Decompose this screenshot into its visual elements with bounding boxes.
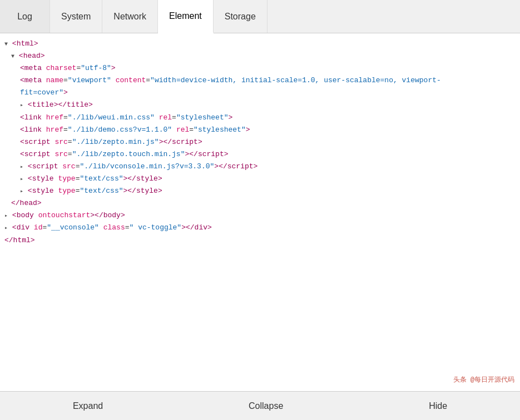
- triangle-html[interactable]: ▼: [4, 41, 8, 47]
- bottom-bar: Expand Collapse Hide: [0, 391, 520, 420]
- tab-element[interactable]: Element: [158, 0, 214, 33]
- triangle-head[interactable]: ▼: [11, 53, 14, 59]
- line-link-weui: <link href="./lib/weui.min.css" rel="sty…: [0, 112, 520, 124]
- line-script-zepto-touch: <script src="./lib/zepto.touch.min.js"><…: [0, 148, 520, 161]
- element-content: ▼ <html> ▼ <head> <meta charset="utf-8">…: [0, 33, 520, 391]
- watermark: 头条 @每日开源代码: [453, 374, 514, 386]
- line-html-open: ▼ <html>: [0, 38, 520, 50]
- line-meta-viewport-cont: fit=cover">: [0, 87, 520, 99]
- line-style-1: ▸ <style type="text/css"></style>: [0, 173, 520, 185]
- triangle-script-vconsole[interactable]: ▸: [20, 164, 23, 170]
- line-script-zepto: <script src="./lib/zepto.min.js"></scrip…: [0, 136, 520, 148]
- line-html-close: </html>: [0, 234, 520, 247]
- line-head-open: ▼ <head>: [0, 50, 520, 62]
- line-style-2: ▸ <style type="text/css"></style>: [0, 185, 520, 197]
- tab-bar: Log System Network Element Storage: [0, 0, 520, 33]
- tab-log[interactable]: Log: [0, 0, 50, 33]
- triangle-div[interactable]: ▸: [4, 225, 8, 231]
- triangle-title[interactable]: ▸: [20, 102, 23, 108]
- tab-storage[interactable]: Storage: [214, 0, 268, 33]
- line-meta-viewport: <meta name="viewport" content="width=dev…: [0, 74, 520, 87]
- line-title: ▸ <title></title>: [0, 99, 520, 111]
- expand-button[interactable]: Expand: [56, 397, 120, 416]
- line-head-close: </head>: [0, 197, 520, 209]
- line-link-demo: <link href="./lib/demo.css?v=1.1.0" rel=…: [0, 124, 520, 136]
- triangle-body[interactable]: ▸: [4, 213, 8, 219]
- tab-system[interactable]: System: [50, 0, 102, 33]
- hide-button[interactable]: Hide: [412, 397, 464, 416]
- line-script-vconsole: ▸ <script src="./lib/vconsole.min.js?v=3…: [0, 161, 520, 173]
- collapse-button[interactable]: Collapse: [232, 397, 300, 416]
- tab-network[interactable]: Network: [102, 0, 158, 33]
- triangle-style2[interactable]: ▸: [20, 188, 23, 194]
- line-meta-charset: <meta charset="utf-8">: [0, 62, 520, 74]
- triangle-style1[interactable]: ▸: [20, 176, 23, 182]
- line-div-vconsole: ▸ <div id="__vconsole" class=" vc-toggle…: [0, 222, 520, 234]
- line-body: ▸ <body ontouchstart></body>: [0, 209, 520, 222]
